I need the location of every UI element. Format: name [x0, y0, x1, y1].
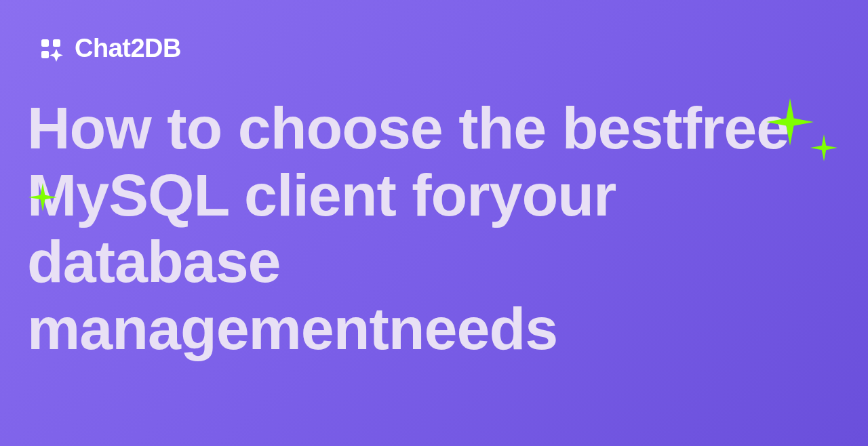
page-title: How to choose the bestfree MySQL client … — [27, 95, 800, 362]
svg-rect-1 — [53, 39, 60, 47]
chat2db-logo-icon — [39, 35, 66, 62]
logo-brand-name: Chat2DB — [75, 34, 181, 63]
svg-rect-2 — [41, 51, 49, 58]
svg-rect-0 — [41, 39, 49, 47]
sparkle-icon-left — [28, 183, 57, 211]
logo-section: Chat2DB — [39, 34, 181, 63]
sparkle-icon-small — [810, 134, 837, 161]
sparkle-icon-large — [766, 98, 814, 146]
